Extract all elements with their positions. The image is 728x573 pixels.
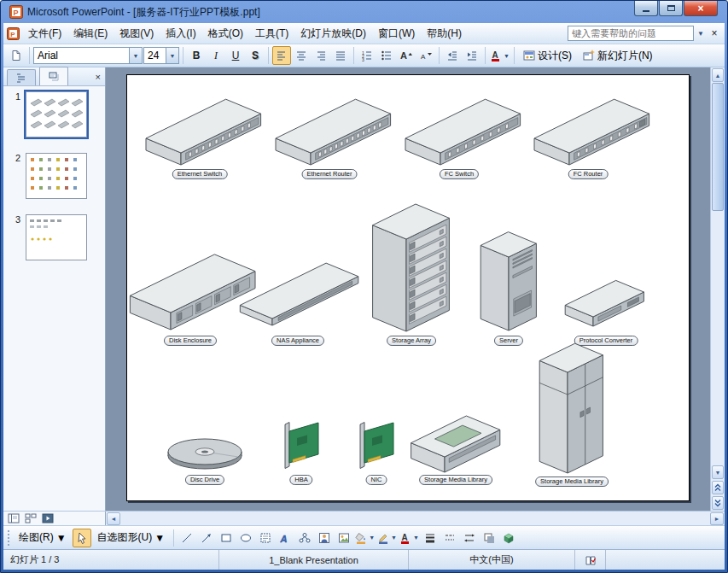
device-label[interactable]: NIC bbox=[366, 475, 387, 485]
document-close-button[interactable]: × bbox=[708, 26, 721, 41]
scroll-up-button[interactable]: ▲ bbox=[712, 68, 724, 82]
scroll-track[interactable] bbox=[711, 211, 725, 465]
scroll-thumb[interactable] bbox=[712, 83, 724, 211]
fill-color-dropdown-icon[interactable]: ▼ bbox=[369, 535, 375, 541]
device-label[interactable]: HBA bbox=[289, 475, 312, 485]
previous-slide-button[interactable] bbox=[712, 481, 724, 494]
device-disc-drive[interactable] bbox=[162, 430, 248, 475]
vertical-scrollbar[interactable]: ▲ ▼ bbox=[710, 67, 725, 511]
font-color-dropdown-icon[interactable]: ▼ bbox=[504, 53, 510, 59]
device-ethernet-router[interactable] bbox=[261, 96, 398, 170]
diagram-button[interactable] bbox=[295, 529, 314, 547]
new-slide-button[interactable]: 新幻灯片(N) bbox=[578, 46, 658, 65]
slide-design-button[interactable]: 设计(S) bbox=[518, 46, 577, 65]
device-storage-array[interactable] bbox=[367, 202, 456, 336]
device-label[interactable]: Storage Array bbox=[387, 336, 436, 346]
device-protocol-converter[interactable] bbox=[559, 274, 653, 330]
device-storage-media-library[interactable] bbox=[404, 407, 508, 477]
line-style-button[interactable] bbox=[421, 529, 440, 547]
line-color-dropdown-icon[interactable]: ▼ bbox=[391, 535, 397, 541]
font-name-select[interactable]: Arial ▼ bbox=[33, 47, 143, 64]
increase-font-size-button[interactable]: A bbox=[397, 46, 416, 65]
decrease-indent-button[interactable] bbox=[443, 46, 462, 65]
oval-button[interactable] bbox=[236, 529, 255, 547]
numbering-button[interactable]: 123 bbox=[358, 46, 376, 65]
horizontal-scrollbar[interactable]: ◄ ► bbox=[106, 512, 725, 525]
font-color-button[interactable]: A▼ bbox=[489, 46, 510, 65]
menu-item-6[interactable]: 幻灯片放映(D) bbox=[294, 24, 372, 44]
document-icon[interactable]: P bbox=[7, 27, 20, 40]
device-label[interactable]: FC Router bbox=[568, 169, 609, 179]
tab-outline[interactable] bbox=[7, 69, 36, 85]
italic-button[interactable]: I bbox=[207, 46, 225, 65]
font-size-dropdown-icon[interactable]: ▼ bbox=[166, 48, 178, 63]
slide-thumbnail-1[interactable] bbox=[26, 91, 87, 137]
new-document-button[interactable] bbox=[7, 46, 26, 65]
draw-menu-button[interactable]: 绘图(R)▼ bbox=[14, 529, 72, 547]
font-size-select[interactable]: 24 ▼ bbox=[143, 47, 179, 64]
align-left-button[interactable] bbox=[272, 46, 291, 65]
minimize-button[interactable] bbox=[634, 1, 658, 16]
autoshapes-menu-button[interactable]: 自选图形(U)▼ bbox=[92, 529, 171, 547]
font-color-button[interactable]: A▼ bbox=[399, 529, 420, 547]
device-nic[interactable] bbox=[347, 417, 406, 473]
device-label[interactable]: Storage Media Library bbox=[535, 477, 609, 487]
font-name-dropdown-icon[interactable]: ▼ bbox=[129, 48, 142, 63]
status-language[interactable]: 中文(中国) bbox=[409, 550, 575, 570]
help-search-input[interactable] bbox=[568, 26, 694, 41]
device-server[interactable] bbox=[480, 223, 538, 336]
scroll-left-button[interactable]: ◄ bbox=[107, 512, 120, 525]
maximize-button[interactable] bbox=[659, 1, 683, 16]
slide-thumbnail-2[interactable] bbox=[26, 153, 87, 199]
select-objects-button[interactable] bbox=[73, 529, 91, 547]
device-fc-router[interactable] bbox=[520, 96, 656, 170]
device-label[interactable]: Ethernet Switch bbox=[172, 169, 228, 179]
menu-item-8[interactable]: 帮助(H) bbox=[421, 24, 468, 44]
text-box-button[interactable] bbox=[256, 529, 275, 547]
device-label[interactable]: Ethernet Router bbox=[302, 169, 358, 179]
slideshow-button[interactable] bbox=[40, 512, 55, 525]
device-label[interactable]: Disk Enclosure bbox=[164, 336, 217, 346]
device-nas-appliance[interactable] bbox=[225, 261, 370, 328]
close-button[interactable]: × bbox=[684, 1, 718, 16]
align-center-button[interactable] bbox=[292, 46, 311, 65]
underline-button[interactable]: U bbox=[226, 46, 245, 65]
menu-item-3[interactable]: 插入(I) bbox=[160, 24, 201, 44]
pane-close-button[interactable]: × bbox=[96, 72, 101, 82]
line-color-button[interactable]: ▼ bbox=[376, 529, 398, 547]
device-label[interactable]: Server bbox=[494, 336, 523, 346]
shape-arrow-button[interactable] bbox=[197, 529, 216, 547]
device-ethernet-switch[interactable] bbox=[131, 96, 268, 170]
shape-line-button[interactable] bbox=[178, 529, 196, 547]
slide-thumbnail-3[interactable] bbox=[26, 214, 87, 260]
increase-indent-button[interactable] bbox=[463, 46, 481, 65]
scroll-down-button[interactable]: ▼ bbox=[712, 465, 724, 479]
arrow-style-button[interactable] bbox=[460, 529, 479, 547]
menu-item-2[interactable]: 视图(V) bbox=[114, 24, 160, 44]
menu-item-1[interactable]: 编辑(E) bbox=[67, 24, 114, 44]
shadow-style-button[interactable] bbox=[480, 529, 498, 547]
menu-item-0[interactable]: 文件(F) bbox=[22, 24, 67, 44]
bold-button[interactable]: B bbox=[187, 46, 206, 65]
menu-item-4[interactable]: 格式(O) bbox=[202, 24, 249, 44]
slide-sorter-view-button[interactable] bbox=[23, 512, 38, 525]
device-label[interactable]: FC Switch bbox=[440, 169, 479, 179]
fill-color-button[interactable]: ▼ bbox=[354, 529, 376, 547]
toolbar-grip[interactable] bbox=[7, 529, 10, 547]
decrease-font-size-button[interactable]: A bbox=[416, 46, 435, 65]
menu-item-7[interactable]: 窗口(W) bbox=[372, 24, 421, 44]
device-label[interactable]: Disc Drive bbox=[185, 475, 224, 485]
next-slide-button[interactable] bbox=[712, 496, 724, 510]
toolbar-options-button[interactable]: ▼ bbox=[694, 28, 708, 39]
dash-style-button[interactable] bbox=[440, 529, 459, 547]
font-color-dropdown-icon[interactable]: ▼ bbox=[413, 535, 419, 541]
menu-item-5[interactable]: 工具(T) bbox=[249, 24, 294, 44]
word-art-button[interactable]: A bbox=[276, 529, 294, 547]
clip-art-button[interactable] bbox=[315, 529, 334, 547]
device-storage-media-library[interactable] bbox=[533, 333, 610, 480]
device-hba[interactable] bbox=[271, 417, 331, 473]
scroll-right-button[interactable]: ► bbox=[710, 512, 724, 525]
align-right-button[interactable] bbox=[312, 46, 330, 65]
normal-view-button[interactable] bbox=[6, 512, 21, 525]
bullets-button[interactable] bbox=[377, 46, 396, 65]
